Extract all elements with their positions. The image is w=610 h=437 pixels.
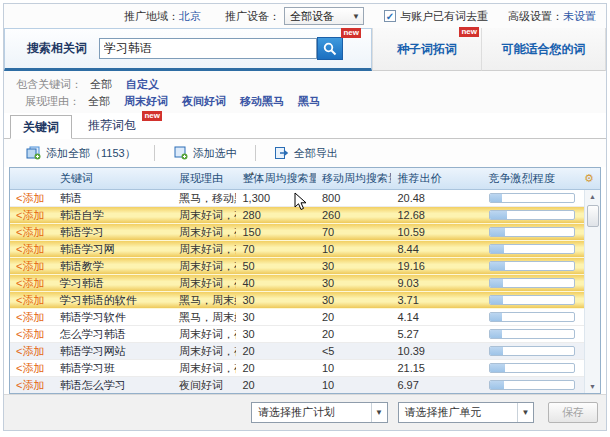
table-row: <添加韩语黑马，移动黑马1,30080020.48 (10, 190, 584, 207)
device-setting: 推广设备： 全部设备 ▼ (225, 7, 364, 25)
add-cell: <添加 (10, 292, 54, 308)
header-recommended-bid[interactable]: 推荐出价 (391, 171, 482, 186)
competition-cell (483, 292, 584, 308)
header-weekly-search-volume[interactable]: ▴ 整体周均搜索量 (236, 171, 315, 186)
main-panel: 推广地域： 北京 推广设备： 全部设备 ▼ ✓ 与账户已有词去重 高级设置： 未… (3, 3, 607, 431)
search-button[interactable] (317, 37, 343, 60)
competition-bar-fill (490, 262, 505, 270)
tab-recommended-word-packages[interactable]: 推荐词包 new (76, 114, 148, 138)
keyword-cell: 韩语自学 (54, 207, 173, 223)
weekly-volume-cell: 70 (236, 241, 315, 257)
add-selected-button[interactable]: 添加选中 (161, 146, 249, 161)
filter-option-link[interactable]: 周末好词 (124, 95, 168, 107)
competition-cell (483, 343, 584, 359)
add-all-label: 添加全部（1153） (46, 146, 136, 161)
footer-bar: 请选择推广计划 ▼ 请选择推广单元 ▼ 保存 (4, 394, 606, 430)
add-keyword-link[interactable]: <添加 (16, 209, 44, 221)
weekly-volume-cell: 30 (236, 309, 315, 325)
bid-cell: 4.14 (391, 309, 482, 325)
top-settings-bar: 推广地域： 北京 推广设备： 全部设备 ▼ ✓ 与账户已有词去重 高级设置： 未… (4, 4, 606, 28)
region-value-link[interactable]: 北京 (179, 9, 201, 24)
search-pane-label: 搜索相关词 (27, 40, 87, 57)
tab-packages-label: 推荐词包 (88, 118, 136, 132)
add-keyword-link[interactable]: <添加 (16, 294, 44, 306)
bid-cell: 19.16 (391, 258, 482, 274)
competition-bar (489, 295, 575, 305)
bid-cell: 10.59 (391, 224, 482, 240)
tab-suit-label: 可能适合您的词 (502, 41, 586, 58)
add-cell: <添加 (10, 190, 54, 206)
scrollbar-thumb[interactable] (587, 205, 599, 227)
header-competition[interactable]: 竞争激烈程度 (483, 171, 584, 186)
table-row: <添加韩语学习网站周末好词，夜...20<510.39 (10, 343, 584, 360)
add-keyword-link[interactable]: <添加 (16, 192, 44, 204)
advanced-label: 高级设置： (508, 9, 563, 24)
header-mobile-search-volume[interactable]: 移动周均搜索量 (316, 171, 392, 186)
add-keyword-link[interactable]: <添加 (16, 311, 44, 323)
competition-bar-fill (490, 211, 507, 219)
reason-cell: 黑马，周末好... (173, 292, 237, 308)
tab-words-for-you[interactable]: 可能适合您的词 (482, 28, 606, 71)
export-all-button[interactable]: 全部导出 (262, 146, 350, 161)
competition-cell (483, 190, 584, 206)
scroll-up-arrow[interactable]: ▲ (586, 190, 600, 203)
add-keyword-link[interactable]: <添加 (16, 277, 44, 289)
weekly-volume-cell: 20 (236, 360, 315, 376)
scroll-down-arrow[interactable]: ▼ (586, 380, 600, 393)
table-body: <添加韩语黑马，移动黑马1,30080020.48<添加韩语自学周末好词，夜..… (10, 190, 600, 393)
device-label: 推广设备： (225, 9, 280, 24)
add-keyword-link[interactable]: <添加 (16, 226, 44, 238)
header-keyword[interactable]: 关键词 (54, 171, 173, 186)
vertical-scrollbar[interactable]: ▲ ▼ (584, 190, 600, 393)
tab-keywords[interactable]: 关键词 (10, 115, 72, 139)
weekly-volume-cell: 30 (236, 326, 315, 342)
filter-option-link[interactable]: 黑马 (298, 95, 320, 107)
new-badge: new (142, 111, 162, 121)
export-icon (274, 146, 289, 160)
competition-bar (489, 278, 575, 288)
mobile-volume-cell: <5 (316, 343, 391, 359)
chevron-down-icon: ▼ (517, 403, 533, 422)
tab-seed-word-expansion[interactable]: 种子词拓词 new (372, 28, 482, 71)
header-reason[interactable]: 展现理由 (173, 171, 237, 186)
keyword-cell: 韩语学习软件 (54, 309, 173, 325)
add-keyword-link[interactable]: <添加 (16, 379, 44, 391)
table-row: <添加韩语教学周末好词，夜...503019.16 (10, 258, 584, 275)
bid-cell: 9.03 (391, 275, 482, 291)
filter-option-all[interactable]: 全部 (88, 94, 110, 109)
competition-bar-fill (490, 194, 503, 202)
add-selected-label: 添加选中 (193, 146, 237, 161)
filter-option-link[interactable]: 自定义 (126, 78, 159, 90)
mobile-volume-cell: 800 (316, 190, 391, 206)
reason-cell: 黑马，周末好... (173, 309, 237, 325)
reason-cell: 夜间好词 (173, 377, 237, 393)
add-keyword-link[interactable]: <添加 (16, 345, 44, 357)
search-input[interactable] (99, 38, 317, 59)
weekly-volume-cell: 20 (236, 377, 315, 393)
dedupe-checkbox[interactable]: ✓ (384, 10, 396, 22)
add-keyword-link[interactable]: <添加 (16, 243, 44, 255)
new-badge: new (341, 28, 361, 38)
competition-bar-fill (490, 296, 503, 304)
keyword-cell: 韩语学习网 (54, 241, 173, 257)
add-all-button[interactable]: 添加全部（1153） (14, 146, 148, 161)
add-keyword-link[interactable]: <添加 (16, 328, 44, 340)
device-select[interactable]: 全部设备 ▼ (284, 7, 364, 25)
add-keyword-link[interactable]: <添加 (16, 362, 44, 374)
campaign-select[interactable]: 请选择推广计划 ▼ (251, 402, 388, 423)
filter-option-link[interactable]: 移动黑马 (240, 95, 284, 107)
save-button[interactable]: 保存 (548, 402, 598, 423)
add-cell: <添加 (10, 207, 54, 223)
bid-cell: 12.68 (391, 207, 482, 223)
filter-option-link[interactable]: 夜间好词 (182, 95, 226, 107)
add-cell: <添加 (10, 360, 54, 376)
add-selected-icon (173, 146, 188, 160)
filter-option-all[interactable]: 全部 (90, 77, 112, 92)
filter-options: 自定义 (126, 77, 173, 92)
competition-cell (483, 377, 584, 393)
reason-cell: 周末好词，夜... (173, 224, 237, 240)
add-keyword-link[interactable]: <添加 (16, 260, 44, 272)
settings-gear-icon[interactable]: ⚙ (584, 172, 594, 184)
advanced-value-link[interactable]: 未设置 (563, 9, 596, 24)
adgroup-select[interactable]: 请选择推广单元 ▼ (398, 402, 535, 423)
